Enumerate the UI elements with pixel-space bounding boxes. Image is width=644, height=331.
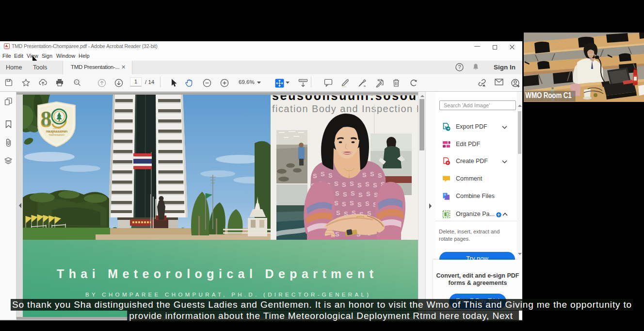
svg-text:S: S xyxy=(378,172,382,179)
svg-text:Thai Meteorological Department: Thai Meteorological Department xyxy=(57,267,377,281)
svg-text:S: S xyxy=(313,172,317,180)
svg-text:BY CHOMPAREE CHOMPURAT, PH.D.: BY CHOMPAREE CHOMPURAT, PH.D. (DIRECTOR-… xyxy=(85,292,371,298)
svg-text:S: S xyxy=(358,191,363,199)
svg-text:S: S xyxy=(373,182,377,189)
svg-text:S: S xyxy=(365,181,370,188)
svg-text:THE 80TH ANNIVERSARY: THE 80TH ANNIVERSARY xyxy=(48,134,65,136)
svg-text:S: S xyxy=(335,190,339,197)
svg-text:S: S xyxy=(342,200,346,208)
svg-text:?: ? xyxy=(458,64,461,70)
svg-text:S: S xyxy=(334,199,338,207)
svg-text:S: S xyxy=(350,199,354,207)
svg-text:seusoonsuuni:sosou: seusoonsuuni:sosou xyxy=(272,95,417,102)
svg-text:S: S xyxy=(365,200,370,207)
svg-text:S: S xyxy=(357,182,362,189)
svg-text:fication Body and Inspection B: fication Body and Inspection B xyxy=(272,103,418,114)
svg-text:S: S xyxy=(370,170,374,178)
svg-text:S: S xyxy=(350,180,354,187)
svg-text:nsuqnuuuonen: nsuqnuuuonen xyxy=(46,129,68,133)
svg-text:S: S xyxy=(343,191,347,198)
svg-text:S: S xyxy=(334,180,338,187)
svg-text:S: S xyxy=(362,171,367,179)
svg-text:S: S xyxy=(351,190,355,197)
svg-text:S: S xyxy=(342,181,346,188)
svg-text:aum-nna: aum-nna xyxy=(53,127,61,130)
svg-text:S: S xyxy=(357,201,362,208)
svg-text:S: S xyxy=(335,231,339,238)
svg-text:S: S xyxy=(336,209,340,216)
svg-text:S: S xyxy=(321,170,325,178)
svg-text:S: S xyxy=(366,190,370,198)
svg-text:8: 8 xyxy=(41,107,51,131)
svg-text:S: S xyxy=(328,172,333,179)
